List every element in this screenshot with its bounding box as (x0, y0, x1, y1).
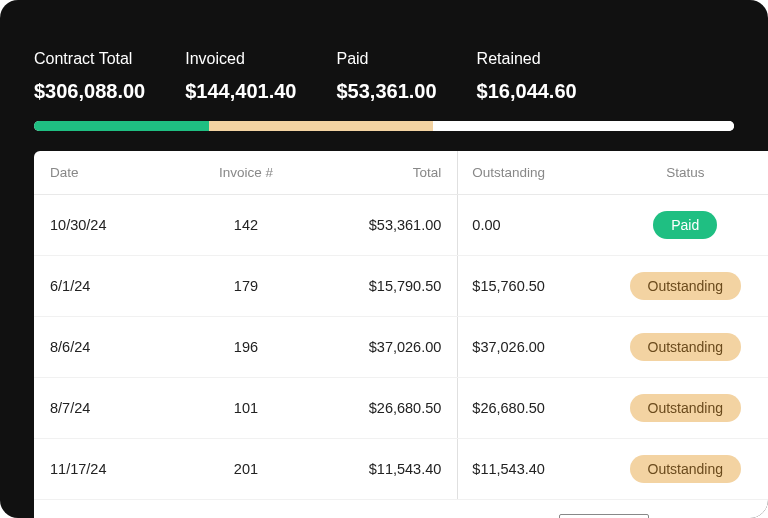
metric-label: Retained (477, 50, 577, 68)
table-row[interactable]: 8/7/24101$26,680.50$26,680.50Outstanding (34, 378, 768, 439)
cell-outstanding: $37,026.00 (458, 317, 603, 378)
progress-bar (34, 121, 734, 131)
col-header-total[interactable]: Total (313, 151, 458, 195)
cell-status: Outstanding (603, 439, 768, 500)
cell-invoice: 142 (179, 195, 313, 256)
metric-value: $306,088.00 (34, 80, 145, 103)
status-badge: Outstanding (630, 333, 742, 361)
progress-remaining-segment (433, 121, 734, 131)
status-badge: Outstanding (630, 455, 742, 483)
metric-retained: Retained $16,044.60 (477, 50, 577, 103)
metric-contract-total: Contract Total $306,088.00 (34, 50, 145, 103)
invoice-table: Date Invoice # Total Outstanding Status … (34, 151, 768, 500)
metric-invoiced: Invoiced $144,401.40 (185, 50, 296, 103)
cell-status: Outstanding (603, 378, 768, 439)
cell-date: 8/7/24 (34, 378, 179, 439)
table-row[interactable]: 10/30/24142$53,361.000.00Paid (34, 195, 768, 256)
metric-value: $16,044.60 (477, 80, 577, 103)
items-per-page-input[interactable] (559, 514, 649, 518)
table-header-row: Date Invoice # Total Outstanding Status (34, 151, 768, 195)
cell-date: 6/1/24 (34, 256, 179, 317)
invoice-table-card: Date Invoice # Total Outstanding Status … (34, 151, 768, 518)
cell-status: Paid (603, 195, 768, 256)
status-badge: Paid (653, 211, 717, 239)
metric-paid: Paid $53,361.00 (336, 50, 436, 103)
cell-invoice: 101 (179, 378, 313, 439)
metric-value: $53,361.00 (336, 80, 436, 103)
cell-total: $11,543.40 (313, 439, 458, 500)
table-row[interactable]: 8/6/24196$37,026.00$37,026.00Outstanding (34, 317, 768, 378)
progress-invoiced-segment (209, 121, 433, 131)
col-header-status[interactable]: Status (603, 151, 768, 195)
contract-panel: Contract Total $306,088.00 Invoiced $144… (0, 0, 768, 518)
cell-outstanding: $26,680.50 (458, 378, 603, 439)
cell-total: $53,361.00 (313, 195, 458, 256)
metric-label: Invoiced (185, 50, 296, 68)
metric-label: Contract Total (34, 50, 145, 68)
cell-status: Outstanding (603, 317, 768, 378)
cell-invoice: 196 (179, 317, 313, 378)
metric-value: $144,401.40 (185, 80, 296, 103)
cell-date: 8/6/24 (34, 317, 179, 378)
cell-invoice: 201 (179, 439, 313, 500)
metric-label: Paid (336, 50, 436, 68)
cell-date: 10/30/24 (34, 195, 179, 256)
cell-total: $15,790.50 (313, 256, 458, 317)
summary-row: Contract Total $306,088.00 Invoiced $144… (0, 0, 768, 121)
cell-status: Outstanding (603, 256, 768, 317)
status-badge: Outstanding (630, 272, 742, 300)
cell-total: $37,026.00 (313, 317, 458, 378)
status-badge: Outstanding (630, 394, 742, 422)
progress-paid-segment (34, 121, 209, 131)
cell-total: $26,680.50 (313, 378, 458, 439)
cell-date: 11/17/24 (34, 439, 179, 500)
cell-outstanding: 0.00 (458, 195, 603, 256)
table-pagination: Items per page: 1 - 5 of 5 (34, 500, 768, 518)
table-row[interactable]: 6/1/24179$15,790.50$15,760.50Outstanding (34, 256, 768, 317)
col-header-outstanding[interactable]: Outstanding (458, 151, 603, 195)
cell-invoice: 179 (179, 256, 313, 317)
col-header-invoice[interactable]: Invoice # (179, 151, 313, 195)
col-header-date[interactable]: Date (34, 151, 179, 195)
cell-outstanding: $11,543.40 (458, 439, 603, 500)
table-row[interactable]: 11/17/24201$11,543.40$11,543.40Outstandi… (34, 439, 768, 500)
cell-outstanding: $15,760.50 (458, 256, 603, 317)
